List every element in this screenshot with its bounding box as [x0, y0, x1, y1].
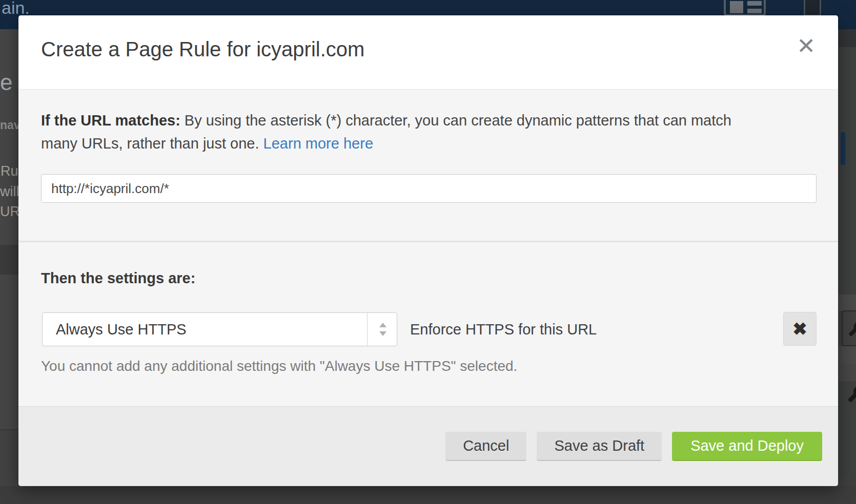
- background-right-band: [839, 295, 856, 311]
- create-page-rule-modal: Create a Page Rule for icyapril.com ✕ If…: [18, 15, 838, 486]
- chevron-down-icon: [379, 331, 386, 336]
- background-right-strip: [839, 29, 856, 504]
- save-and-deploy-button[interactable]: Save and Deploy: [672, 432, 822, 461]
- background-text-fragment: Ru: [1, 163, 18, 179]
- setting-row: Always Use HTTPS Enforce HTTPS for this …: [18, 312, 838, 346]
- section-divider: [18, 241, 838, 242]
- background-right-dark-band: [839, 29, 856, 47]
- chevron-up-icon: [379, 323, 386, 327]
- url-pattern-input[interactable]: [41, 174, 817, 203]
- select-spinner[interactable]: [367, 313, 397, 346]
- wrench-icon: [846, 383, 856, 404]
- page-rule-dialog-screen: ain. e nav Ru will UR Create a Page Rule…: [0, 0, 856, 504]
- background-right-band: [839, 364, 856, 381]
- setting-description: Enforce HTTPS for this URL: [410, 312, 597, 346]
- url-match-description: If the URL matches: By using the asteris…: [41, 109, 765, 155]
- learn-more-link[interactable]: Learn more here: [263, 135, 373, 152]
- modal-title: Create a Page Rule for icyapril.com: [41, 38, 364, 61]
- background-text-fragment: will: [0, 184, 19, 200]
- cancel-button[interactable]: Cancel: [445, 432, 526, 461]
- close-icon[interactable]: ✕: [797, 35, 816, 57]
- modal-header: Create a Page Rule for icyapril.com ✕: [18, 15, 838, 90]
- wrench-icon: [847, 319, 856, 338]
- setting-select[interactable]: Always Use HTTPS: [42, 312, 397, 346]
- save-as-draft-button[interactable]: Save as Draft: [537, 432, 662, 461]
- remove-icon: ✖: [792, 319, 807, 339]
- background-right-band: [839, 346, 856, 364]
- modal-footer: Cancel Save as Draft Save and Deploy: [18, 406, 838, 486]
- setting-select-value: Always Use HTTPS: [56, 313, 187, 346]
- setting-note: You cannot add any additional settings w…: [41, 358, 517, 374]
- settings-heading: Then the settings are:: [41, 270, 195, 287]
- url-match-label: If the URL matches:: [41, 112, 180, 129]
- background-table-header-band: [0, 245, 18, 275]
- layout-grid-icon: [724, 0, 766, 16]
- remove-setting-button[interactable]: ✖: [783, 312, 817, 346]
- background-wrench-button: [842, 310, 856, 346]
- panel-icon: [804, 0, 821, 16]
- background-text-fragment: UR: [0, 204, 20, 220]
- background-blue-button-edge: [841, 132, 845, 165]
- background-text-fragment: nav: [0, 118, 21, 132]
- background-text-fragment: e: [0, 70, 12, 95]
- background-bottom-strip: [0, 486, 856, 504]
